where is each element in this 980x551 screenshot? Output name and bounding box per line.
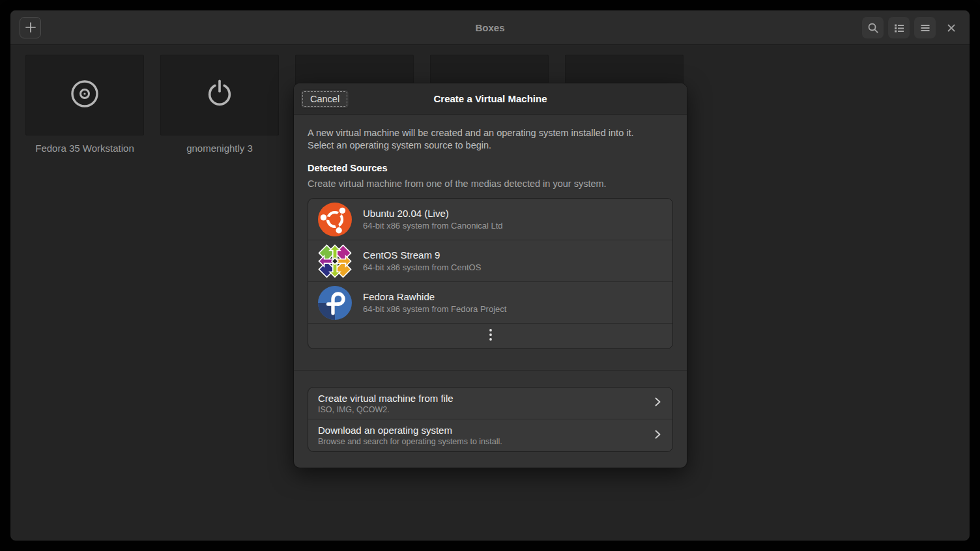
hamburger-menu-icon	[919, 22, 931, 34]
source-name: CentOS Stream 9	[363, 249, 481, 261]
chevron-right-icon	[652, 429, 663, 442]
source-text: Fedora Rawhide 64-bit x86 system from Fe…	[363, 291, 506, 314]
action-title: Create virtual machine from file	[318, 393, 652, 404]
show-more-sources-row[interactable]	[308, 324, 672, 348]
source-description: 64-bit x86 system from CentOS	[363, 262, 481, 272]
vm-tile-label: Fedora 35 Workstation	[25, 143, 144, 154]
ellipsis-vertical-icon	[489, 328, 493, 344]
action-title: Download an operating system	[318, 425, 652, 436]
detected-sources-list: Ubuntu 20.04 (Live) 64-bit x86 system fr…	[308, 198, 673, 349]
other-sources-list: Create virtual machine from file ISO, IM…	[308, 387, 673, 452]
headerbar: Boxes	[10, 10, 970, 45]
close-window-button[interactable]	[940, 17, 962, 38]
download-os-row[interactable]: Download an operating system Browse and …	[308, 419, 672, 451]
headerbar-right-controls	[862, 17, 962, 38]
optical-disc-icon	[69, 78, 100, 112]
action-subtitle: Browse and search for operating systems …	[318, 437, 652, 446]
vm-tile-gnomenightly[interactable]: gnomenightly 3	[160, 55, 279, 154]
list-view-icon	[893, 22, 905, 34]
source-row-ubuntu[interactable]: Ubuntu 20.04 (Live) 64-bit x86 system fr…	[308, 199, 672, 240]
source-row-centos[interactable]: CentOS Stream 9 64-bit x86 system from C…	[308, 240, 672, 282]
intro-line-2: Select an operating system source to beg…	[308, 139, 673, 152]
source-description: 64-bit x86 system from Canonical Ltd	[363, 221, 503, 231]
search-button[interactable]	[862, 17, 884, 38]
screenshot-root: Boxes	[0, 0, 980, 551]
create-from-file-row[interactable]: Create virtual machine from file ISO, IM…	[308, 388, 672, 419]
search-icon	[867, 22, 879, 34]
vm-tile-fedora-35[interactable]: Fedora 35 Workstation	[25, 55, 144, 154]
dialog-body: A new virtual machine will be created an…	[294, 115, 687, 468]
dialog-header: Create a Virtual Machine Cancel	[294, 83, 687, 115]
power-icon	[205, 79, 235, 111]
create-vm-dialog: Create a Virtual Machine Cancel A new vi…	[294, 83, 687, 468]
detected-sources-heading: Detected Sources	[308, 163, 673, 173]
plus-icon	[25, 21, 36, 33]
vm-thumbnail[interactable]	[25, 55, 144, 135]
window-title: Boxes	[10, 22, 970, 33]
source-name: Ubuntu 20.04 (Live)	[363, 208, 503, 219]
dialog-intro: A new virtual machine will be created an…	[308, 127, 673, 151]
centos-logo-icon	[318, 244, 352, 278]
action-subtitle: ISO, IMG, QCOW2.	[318, 405, 652, 414]
fedora-logo-icon	[318, 286, 352, 320]
vm-tile-label: gnomenightly 3	[160, 143, 279, 154]
new-vm-button[interactable]	[20, 17, 41, 38]
source-text: CentOS Stream 9 64-bit x86 system from C…	[363, 249, 481, 272]
close-icon	[946, 23, 957, 33]
detected-sources-subheading: Create virtual machine from one of the m…	[308, 178, 673, 189]
dialog-title: Create a Virtual Machine	[294, 93, 687, 104]
chevron-right-icon	[652, 397, 663, 410]
vm-thumbnail[interactable]	[160, 55, 279, 135]
menu-button[interactable]	[914, 17, 936, 38]
action-text: Download an operating system Browse and …	[318, 425, 652, 446]
boxes-window: Boxes	[10, 10, 970, 541]
source-description: 64-bit x86 system from Fedora Project	[363, 304, 506, 314]
dialog-section-divider	[294, 370, 687, 371]
intro-line-1: A new virtual machine will be created an…	[308, 127, 673, 139]
action-text: Create virtual machine from file ISO, IM…	[318, 393, 652, 414]
source-text: Ubuntu 20.04 (Live) 64-bit x86 system fr…	[363, 208, 503, 231]
cancel-button[interactable]: Cancel	[300, 89, 349, 109]
ubuntu-logo-icon	[318, 203, 352, 236]
list-view-button[interactable]	[888, 17, 910, 38]
source-row-fedora[interactable]: Fedora Rawhide 64-bit x86 system from Fe…	[308, 282, 672, 324]
source-name: Fedora Rawhide	[363, 291, 506, 302]
